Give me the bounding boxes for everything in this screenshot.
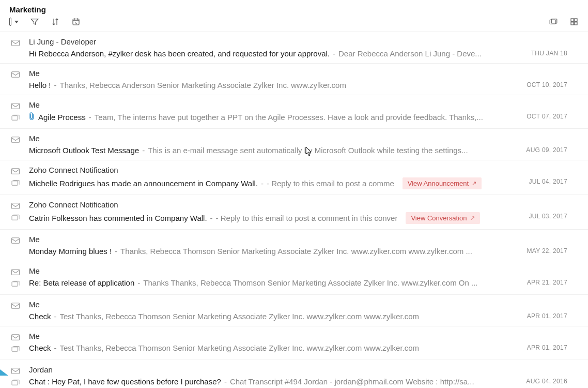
email-row[interactable]: MeCheck - Test Thanks, Rebecca Thomson S… <box>0 326 588 360</box>
svg-rect-21 <box>12 347 18 351</box>
subject-separator: - <box>224 377 227 386</box>
envelope-icon <box>11 136 20 145</box>
svg-rect-11 <box>12 137 20 143</box>
inline-action-button[interactable]: View Announcement↗ <box>403 177 482 189</box>
email-row[interactable]: MeMonday Morning blues ! - Thanks, Rebec… <box>0 230 588 261</box>
subject-separator: - <box>261 179 264 188</box>
subject-separator: - <box>142 146 145 155</box>
svg-rect-20 <box>12 335 20 340</box>
envelope-icon <box>11 102 20 111</box>
thread-icon <box>11 114 20 123</box>
email-row[interactable]: Zoho Connect NotificationCatrin Folkesso… <box>0 195 588 230</box>
email-subject: Hello ! <box>29 81 51 89</box>
filter-icon[interactable] <box>30 17 39 26</box>
sort-icon[interactable] <box>51 17 60 26</box>
svg-rect-22 <box>12 368 20 374</box>
subject-separator: - <box>54 312 57 321</box>
envelope-icon <box>11 268 20 277</box>
email-sender: Me <box>29 300 574 309</box>
envelope-icon <box>11 237 20 246</box>
svg-rect-19 <box>12 303 20 309</box>
archive-icon[interactable] <box>549 17 558 26</box>
svg-rect-17 <box>12 270 20 275</box>
email-list[interactable]: Li Jung - DeveloperHi Rebecca Anderson, … <box>0 32 588 387</box>
envelope-icon <box>11 334 20 342</box>
svg-rect-9 <box>12 103 20 109</box>
email-subject: Monday Morning blues ! <box>29 247 112 256</box>
email-sender: Jordan <box>29 365 574 374</box>
layout-icon[interactable] <box>569 17 579 26</box>
email-sender: Me <box>29 69 574 78</box>
email-date: AUG 04, 2016 <box>526 378 567 385</box>
subject-separator: - <box>54 344 57 352</box>
subject-separator: - <box>137 278 140 287</box>
svg-rect-16 <box>12 238 20 244</box>
inline-action-label: View Conversation <box>411 214 467 222</box>
email-row[interactable]: Li Jung - DeveloperHi Rebecca Anderson, … <box>0 32 588 64</box>
inline-action-label: View Announcement <box>408 180 469 187</box>
thread-icon <box>11 379 20 387</box>
email-subject: Michelle Rodrigues has made an announcem… <box>29 179 258 188</box>
svg-rect-14 <box>12 203 20 209</box>
thread-icon <box>11 346 20 354</box>
email-row[interactable]: JordanChat : Hey Pat, I have few questio… <box>0 360 588 387</box>
svg-rect-5 <box>571 22 574 25</box>
svg-rect-8 <box>12 72 20 78</box>
email-date: APR 21, 2017 <box>527 279 567 286</box>
svg-rect-7 <box>12 40 20 46</box>
subject-separator: - <box>333 49 335 58</box>
email-preview: Test Thanks, Rebecca Thomson Senior Mark… <box>60 312 420 321</box>
svg-rect-3 <box>571 19 574 21</box>
svg-rect-13 <box>12 181 18 185</box>
envelope-icon <box>11 168 20 176</box>
email-row[interactable]: MeMicrosoft Outlook Test Message - This … <box>0 129 588 160</box>
email-preview: Thanks, Rebecca Anderson Senior Marketin… <box>60 81 346 89</box>
subject-separator: - <box>210 214 213 222</box>
email-date: JUL 03, 2017 <box>529 213 567 220</box>
email-preview: - Reply to this email to post a comme <box>267 179 394 188</box>
envelope-icon <box>11 202 20 211</box>
envelope-icon <box>11 367 20 376</box>
email-date: MAY 22, 2017 <box>527 247 567 255</box>
envelope-icon <box>11 71 20 80</box>
email-row[interactable]: MeRe: Beta release of application - Than… <box>0 261 588 295</box>
subject-separator: - <box>54 81 57 89</box>
email-sender: Me <box>29 235 574 244</box>
email-subject: Check <box>29 344 51 352</box>
email-row[interactable]: MeCheck - Test Thanks, Rebecca Thomson S… <box>0 295 588 326</box>
thread-icon <box>11 280 20 289</box>
email-preview: Test Thanks, Rebecca Thomson Senior Mark… <box>60 344 420 352</box>
svg-rect-0 <box>73 19 79 25</box>
email-sender: Li Jung - Developer <box>29 37 574 46</box>
email-subject: Hi Rebecca Anderson, #zylker desk has be… <box>29 49 330 58</box>
email-sender: Me <box>29 266 574 275</box>
email-sender: Me <box>29 332 574 340</box>
email-date: AUG 09, 2017 <box>526 146 567 154</box>
thread-icon <box>11 214 20 223</box>
email-sender: Me <box>29 134 574 143</box>
toolbar <box>0 14 588 32</box>
select-all-dropdown[interactable] <box>9 17 19 26</box>
email-preview: Thanks Thanks, Rebecca Thomson Senior Ma… <box>143 278 477 287</box>
email-preview: Chat Transcript #494 Jordan - jordan@phm… <box>230 377 474 386</box>
email-preview: Team, The interns have put together a PP… <box>95 113 483 122</box>
email-preview: This is an e-mail message sent automatic… <box>148 146 468 155</box>
email-sender: Me <box>29 100 574 109</box>
schedule-icon[interactable] <box>71 17 81 26</box>
email-row[interactable]: MeHello ! - Thanks, Rebecca Anderson Sen… <box>0 64 588 95</box>
email-date: THU JAN 18 <box>531 50 567 57</box>
email-preview: - Reply to this email to post a comment … <box>216 214 398 222</box>
external-link-icon: ↗ <box>470 215 475 221</box>
external-link-icon: ↗ <box>472 180 476 187</box>
email-date: APR 01, 2017 <box>527 344 567 351</box>
thread-icon <box>11 180 20 188</box>
svg-rect-12 <box>12 169 20 174</box>
subject-separator: - <box>89 113 91 122</box>
email-row[interactable]: MeAgile Process - Team, The interns have… <box>0 95 588 129</box>
email-subject: Re: Beta release of application <box>29 278 134 287</box>
email-sender: Zoho Connect Notification <box>29 166 574 174</box>
email-row[interactable]: Zoho Connect NotificationMichelle Rodrig… <box>0 160 588 195</box>
svg-rect-18 <box>12 282 18 286</box>
svg-rect-15 <box>12 216 18 220</box>
inline-action-button[interactable]: View Conversation↗ <box>406 212 479 224</box>
